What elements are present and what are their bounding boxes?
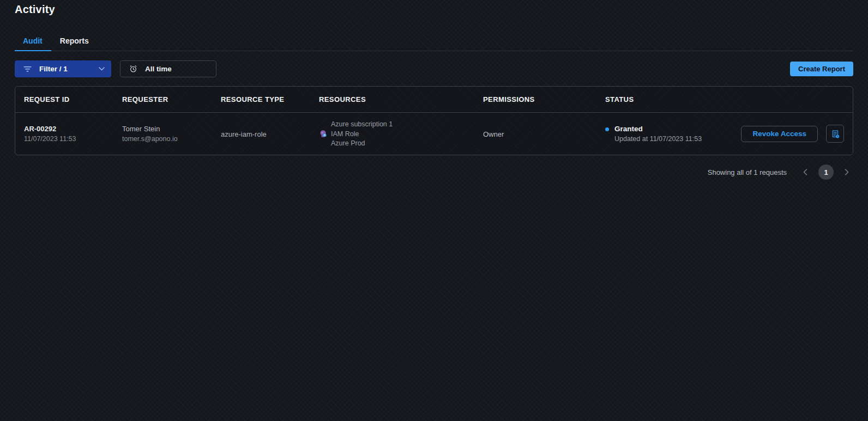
filter-button-label: Filter / 1 — [39, 65, 68, 73]
toolbar: Filter / 1 All time Create Report — [15, 60, 853, 77]
tab-reports[interactable]: Reports — [51, 32, 98, 51]
status-cell: Granted Updated at 11/07/2023 11:53 — [605, 125, 732, 143]
pagination-page-1[interactable]: 1 — [818, 164, 834, 180]
time-range-label: All time — [145, 65, 172, 73]
table-row[interactable]: AR-00292 11/07/2023 11:53 Tomer Stein to… — [15, 113, 853, 155]
alarm-clock-icon — [129, 65, 137, 73]
col-status: STATUS — [605, 95, 732, 103]
requester-name: Tomer Stein — [122, 125, 221, 133]
resource-type-cell: azure-iam-role — [221, 129, 319, 139]
permission-value: Owner — [483, 130, 504, 138]
report-history-button[interactable] — [826, 125, 844, 143]
request-date: 11/07/2023 11:53 — [24, 135, 122, 143]
col-request-id: REQUEST ID — [24, 95, 122, 103]
status-dot — [605, 127, 609, 131]
audit-table: REQUEST ID REQUESTER RESOURCE TYPE RESOU… — [15, 86, 853, 155]
col-permissions: PERMISSIONS — [483, 95, 605, 103]
time-range-button[interactable]: All time — [120, 60, 216, 77]
filter-icon — [23, 66, 32, 72]
tab-bar: Audit Reports — [15, 32, 853, 51]
table-footer: Showing all of 1 requests 1 — [15, 164, 853, 180]
request-id-cell: AR-00292 11/07/2023 11:53 — [24, 125, 122, 143]
actions-cell: Revoke Access — [732, 125, 844, 143]
activity-page: Activity Audit Reports Filter / 1 — [0, 0, 868, 180]
resource-type: azure-iam-role — [221, 130, 267, 138]
filter-button[interactable]: Filter / 1 — [15, 60, 111, 77]
permissions-cell: Owner — [483, 129, 605, 139]
resource-subscription: Azure subscription 1 — [331, 120, 393, 128]
resource-role: IAM Role — [331, 130, 359, 138]
tab-audit[interactable]: Audit — [15, 32, 51, 51]
table-header-row: REQUEST ID REQUESTER RESOURCE TYPE RESOU… — [15, 87, 853, 113]
col-resources: RESOURCES — [319, 95, 483, 103]
request-id: AR-00292 — [24, 125, 122, 133]
requester-cell: Tomer Stein tomer.s@apono.io — [122, 125, 221, 143]
resource-environment: Azure Prod — [331, 139, 365, 147]
chevron-down-icon — [99, 67, 105, 71]
revoke-access-button[interactable]: Revoke Access — [741, 126, 818, 142]
tab-audit-label: Audit — [23, 36, 43, 45]
resources-cell: Azure subscription 1 IAM Role — [319, 120, 483, 147]
col-resource-type: RESOURCE TYPE — [221, 95, 319, 103]
tab-reports-label: Reports — [60, 36, 89, 45]
status-updated: Updated at 11/07/2023 11:53 — [614, 135, 702, 143]
create-report-button[interactable]: Create Report — [790, 62, 853, 76]
requester-email: tomer.s@apono.io — [122, 135, 221, 143]
col-requester: REQUESTER — [122, 95, 221, 103]
azure-iam-icon — [319, 130, 331, 138]
pagination-prev-button[interactable] — [799, 166, 812, 179]
status-label: Granted — [614, 125, 702, 133]
results-summary: Showing all of 1 requests — [708, 168, 787, 176]
page-title: Activity — [15, 0, 853, 16]
report-history-icon — [830, 129, 840, 139]
pagination-next-button[interactable] — [840, 166, 853, 179]
